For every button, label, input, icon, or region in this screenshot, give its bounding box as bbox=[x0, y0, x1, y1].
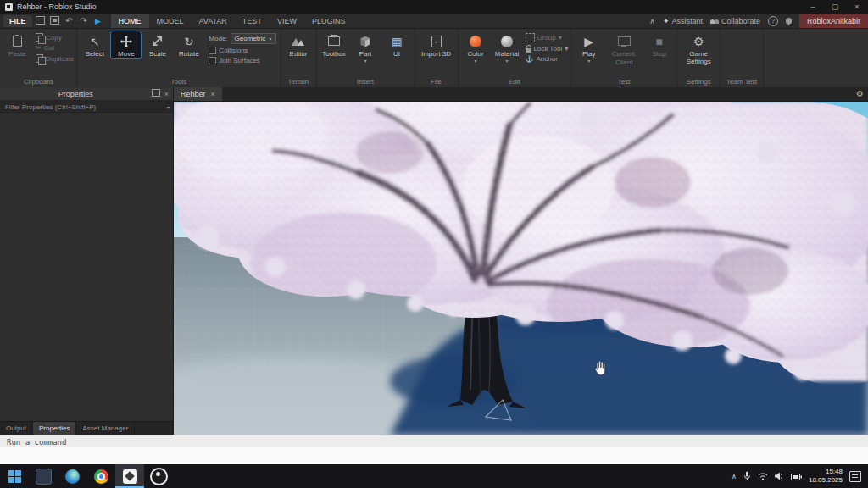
quick-play-icon[interactable]: ▶ bbox=[92, 17, 104, 25]
tab-close-icon[interactable]: × bbox=[211, 90, 215, 98]
open-icon[interactable] bbox=[35, 16, 47, 26]
battery-icon[interactable] bbox=[791, 469, 802, 484]
tab-avatar[interactable]: AVATAR bbox=[192, 14, 235, 28]
properties-panel-header: Properties × bbox=[0, 87, 173, 101]
command-bar bbox=[0, 435, 868, 448]
game-settings-button[interactable]: ⚙ Game Settings bbox=[680, 31, 717, 66]
menu-bar: FILE ↶ ↷ ▶ HOME MODEL AVATAR TEST VIEW P… bbox=[0, 14, 868, 29]
help-icon[interactable]: ? bbox=[768, 16, 778, 26]
paste-button[interactable]: Paste bbox=[3, 31, 32, 58]
title-bar: Rehber - Roblox Studio – ▢ × bbox=[0, 0, 868, 14]
select-tool-button[interactable]: ↖ Select bbox=[80, 31, 109, 58]
chevron-down-icon: ▾ bbox=[506, 58, 509, 64]
rotate-tool-button[interactable]: ↻ Rotate bbox=[174, 31, 203, 58]
color-button[interactable]: Color ▾ bbox=[461, 31, 491, 64]
notifications-bell-icon[interactable] bbox=[786, 18, 792, 24]
stop-icon: ■ bbox=[655, 33, 662, 49]
import-3d-button[interactable]: ↓ Import 3D bbox=[418, 31, 455, 58]
copy-button[interactable]: Copy bbox=[36, 33, 74, 42]
move-tool-button[interactable]: Move bbox=[111, 31, 141, 58]
collaborate-button[interactable]: Collaborate bbox=[710, 17, 760, 25]
anchor-icon: ⚓ bbox=[526, 55, 534, 63]
ui-button[interactable]: ▦ UI bbox=[382, 31, 412, 58]
wifi-icon[interactable] bbox=[758, 469, 768, 484]
cherry-tree-scene bbox=[174, 102, 868, 435]
undo-icon[interactable]: ↶ bbox=[64, 17, 75, 25]
taskbar-app-roblox-studio[interactable] bbox=[115, 464, 144, 488]
viewport-tab-rehber[interactable]: Rehber × bbox=[174, 87, 222, 101]
stop-button[interactable]: ■ Stop bbox=[644, 31, 674, 58]
material-button[interactable]: Material ▾ bbox=[492, 31, 522, 64]
3d-scene[interactable] bbox=[174, 102, 868, 435]
tab-model[interactable]: MODEL bbox=[149, 14, 192, 28]
material-sphere-icon bbox=[501, 36, 513, 47]
terrain-editor-button[interactable]: Editor bbox=[284, 31, 314, 58]
ui-grid-icon: ▦ bbox=[391, 33, 402, 49]
account-button[interactable]: RobloxAnitkabir bbox=[799, 14, 868, 28]
collapse-ribbon-icon[interactable]: ∧ bbox=[649, 17, 655, 25]
collisions-checkbox[interactable]: Collisions bbox=[209, 47, 275, 54]
monitor-icon bbox=[618, 36, 631, 46]
system-tray: ∧ 15:48 18.05.2025 bbox=[732, 464, 868, 488]
taskbar-app-obs[interactable] bbox=[144, 464, 173, 488]
chrome-icon bbox=[94, 469, 108, 484]
close-panel-icon[interactable]: × bbox=[164, 90, 169, 98]
close-button[interactable]: × bbox=[846, 0, 868, 14]
part-button[interactable]: Part ▾ bbox=[351, 31, 381, 64]
microphone-icon[interactable] bbox=[743, 469, 751, 484]
clock-date: 18.05.2025 bbox=[809, 476, 843, 485]
taskbar-app-chrome[interactable] bbox=[86, 464, 115, 488]
command-input[interactable] bbox=[0, 437, 868, 447]
start-button[interactable] bbox=[0, 464, 29, 488]
tab-test[interactable]: TEST bbox=[235, 14, 270, 28]
bottom-strip bbox=[0, 447, 868, 464]
properties-panel-body bbox=[0, 114, 173, 421]
maximize-button[interactable]: ▢ bbox=[824, 0, 846, 14]
scale-tool-button[interactable]: Scale bbox=[142, 31, 172, 58]
redo-icon[interactable]: ↷ bbox=[78, 17, 90, 25]
clock-time: 15:48 bbox=[809, 468, 843, 476]
current-client-button[interactable]: Current: Client bbox=[605, 31, 643, 67]
chevron-down-icon: ▾ bbox=[565, 45, 568, 53]
tab-home[interactable]: HOME bbox=[111, 14, 149, 28]
tab-view[interactable]: VIEW bbox=[270, 14, 304, 28]
window-title: Rehber - Roblox Studio bbox=[17, 3, 97, 11]
ribbon-group-test: ▶ Play ▾ Current: Client ■ Stop Test bbox=[571, 29, 677, 88]
ribbon-tabs: HOME MODEL AVATAR TEST VIEW PLUGINS bbox=[111, 14, 353, 28]
assistant-label: Assistant bbox=[671, 17, 703, 25]
dock-tab-output[interactable]: Output bbox=[0, 422, 33, 435]
toolbox-button[interactable]: Toolbox bbox=[320, 31, 349, 58]
play-button[interactable]: ▶ Play ▾ bbox=[574, 31, 604, 64]
viewport-settings-gear-icon[interactable]: ⚙ bbox=[856, 87, 868, 101]
mode-select[interactable]: Geometric ▾ bbox=[231, 33, 276, 44]
cut-button[interactable]: ✂Cut bbox=[36, 44, 74, 52]
taskbar-app-edge[interactable] bbox=[58, 464, 86, 488]
duplicate-button[interactable]: Duplicate bbox=[36, 54, 74, 63]
float-panel-icon[interactable] bbox=[152, 89, 160, 98]
ribbon-group-terrain: Editor Terrain bbox=[281, 29, 317, 88]
checkbox-icon bbox=[209, 57, 216, 64]
roblox-studio-logo-icon bbox=[5, 3, 13, 11]
taskbar-app-1[interactable] bbox=[29, 464, 58, 488]
tab-plugins[interactable]: PLUGINS bbox=[304, 14, 353, 28]
save-icon[interactable] bbox=[49, 16, 61, 26]
mode-row: Mode: Geometric ▾ bbox=[209, 33, 275, 44]
dock-tab-properties[interactable]: Properties bbox=[33, 422, 76, 435]
taskbar-clock[interactable]: 15:48 18.05.2025 bbox=[809, 468, 843, 485]
action-center-icon[interactable] bbox=[849, 471, 861, 482]
hidden-icons-chevron[interactable]: ∧ bbox=[732, 473, 737, 480]
obs-icon bbox=[150, 468, 168, 485]
dock-tab-asset-manager[interactable]: Asset Manager bbox=[76, 422, 135, 435]
group-button[interactable]: Group ▾ bbox=[526, 33, 569, 42]
volume-icon[interactable] bbox=[775, 469, 784, 484]
lock-tool-button[interactable]: Lock Tool ▾ bbox=[526, 45, 569, 53]
minimize-button[interactable]: – bbox=[802, 0, 824, 14]
filter-properties-input[interactable] bbox=[3, 103, 164, 112]
viewport-area: Rehber × ⚙ bbox=[174, 87, 868, 435]
collaborate-label: Collaborate bbox=[721, 17, 760, 25]
anchor-button[interactable]: ⚓ Anchor bbox=[526, 55, 569, 63]
file-menu-button[interactable]: FILE bbox=[3, 15, 32, 27]
cut-icon: ✂ bbox=[36, 44, 42, 52]
assistant-button[interactable]: ✦ Assistant bbox=[663, 17, 703, 25]
join-surfaces-checkbox[interactable]: Join Surfaces bbox=[209, 57, 275, 64]
